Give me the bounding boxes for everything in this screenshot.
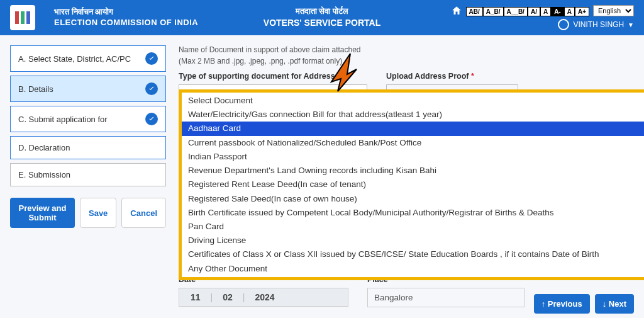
top-bar: भारत निर्वाचन आयोग ELECTION COMMISSION O… — [0, 0, 644, 35]
step-item[interactable]: A. Select State, District, AC/PC — [10, 45, 166, 72]
place-input[interactable]: Bangalore — [367, 288, 525, 307]
brand-english: ELECTION COMMISSION OF INDIA — [54, 18, 198, 28]
brand-hindi: भारत निर्वाचन आयोग — [54, 7, 198, 18]
font-size-button[interactable]: A — [564, 7, 575, 16]
save-button[interactable]: Save — [80, 198, 116, 228]
user-menu[interactable]: VINITH SINGH ▼ — [558, 19, 634, 30]
home-icon[interactable] — [451, 5, 462, 16]
font-size-button[interactable]: A+ — [575, 7, 589, 16]
dropdown-option[interactable]: Registered Sale Deed(In case of own hous… — [182, 192, 644, 206]
language-select[interactable]: English — [593, 5, 634, 16]
doc-type-label: Type of supporting document for Address … — [179, 72, 367, 81]
step-item[interactable]: D. Declaration — [10, 136, 166, 159]
date-input[interactable]: 11|02|2024 — [179, 288, 348, 307]
cancel-button[interactable]: Cancel — [121, 198, 166, 228]
portal-hindi: मतदाता सेवा पोर्टल — [264, 6, 380, 17]
svg-rect-1 — [21, 11, 25, 24]
font-size-button[interactable]: A/ — [528, 7, 540, 16]
dropdown-option[interactable]: Registered Rent Lease Deed(In case of te… — [182, 178, 644, 191]
dropdown-option[interactable]: Select Document — [182, 94, 644, 108]
accessibility-row: AB/A_B/A__B/A/AA-AA+ English — [451, 5, 634, 16]
portal-title: मतदाता सेवा पोर्टल VOTERS' SERVICE PORTA… — [264, 6, 380, 28]
font-size-button[interactable]: A — [540, 7, 551, 16]
dropdown-option[interactable]: Pan Card — [182, 220, 644, 234]
dropdown-option[interactable]: Revenue Department's Land Owning records… — [182, 164, 644, 178]
dropdown-option[interactable]: Any Other Document — [182, 262, 644, 276]
font-size-button[interactable]: A- — [551, 7, 564, 16]
check-icon — [145, 52, 158, 65]
check-icon — [145, 113, 158, 125]
dropdown-option[interactable]: Birth Certificate issued by Competent Lo… — [182, 206, 644, 220]
doc-type-dropdown[interactable]: Select DocumentWater/Electricity/Gas con… — [179, 89, 644, 280]
dropdown-option[interactable]: Water/Electricity/Gas connection Bill fo… — [182, 108, 644, 122]
step-item[interactable]: E. Submission — [10, 163, 166, 186]
dropdown-option[interactable]: Driving License — [182, 234, 644, 247]
step-item[interactable]: C. Submit application for — [10, 106, 166, 132]
chevron-down-icon: ▼ — [628, 21, 634, 28]
font-size-button[interactable]: A__B/ — [504, 7, 528, 16]
eci-logo — [10, 5, 35, 30]
svg-rect-0 — [15, 11, 19, 24]
dropdown-option[interactable]: Indian Passport — [182, 150, 644, 164]
preview-submit-button[interactable]: Preview and Submit — [10, 198, 75, 228]
dropdown-option[interactable]: Current passbook of Nationalized/Schedul… — [182, 136, 644, 150]
avatar-icon — [558, 19, 569, 30]
steps-sidebar: A. Select State, District, AC/PCB. Detai… — [10, 45, 166, 307]
step-item[interactable]: B. Details — [10, 76, 166, 102]
font-size-button[interactable]: A_B/ — [483, 7, 504, 16]
upload-label: Upload Address Proof * — [386, 72, 575, 81]
previous-button[interactable]: ↑ Previous — [534, 294, 590, 314]
brand-block: भारत निर्वाचन आयोग ELECTION COMMISSION O… — [54, 7, 198, 28]
font-size-button[interactable]: AB/ — [466, 7, 483, 16]
doc-note-1: Name of Document in support of above cla… — [179, 45, 634, 54]
svg-rect-2 — [26, 11, 30, 24]
doc-note-2: (Max 2 MB and .jpg, .jpeg, .png, .pdf fo… — [179, 57, 634, 65]
check-icon — [145, 82, 158, 95]
main-panel: Name of Document in support of above cla… — [179, 45, 634, 307]
user-name: VINITH SINGH — [573, 20, 624, 29]
next-button[interactable]: ↓ Next — [595, 294, 634, 314]
dropdown-option[interactable]: Aadhaar Card — [182, 122, 644, 135]
portal-english: VOTERS' SERVICE PORTAL — [264, 17, 380, 28]
dropdown-option[interactable]: Certificates of Class X or Class XII iss… — [182, 247, 644, 261]
